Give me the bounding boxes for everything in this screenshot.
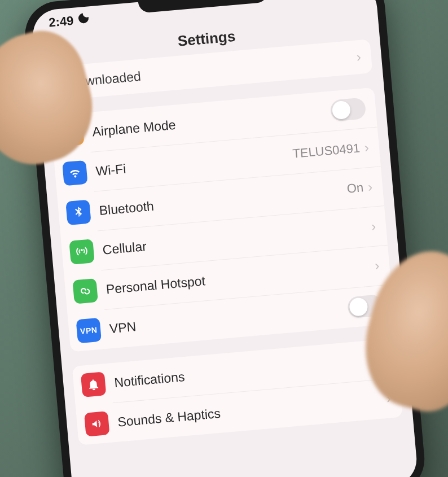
wifi-value: TELUS0491 xyxy=(292,141,361,161)
chevron-right-icon: › xyxy=(371,218,376,234)
sounds-icon xyxy=(84,411,110,437)
vpn-badge-text: VPN xyxy=(80,325,98,336)
do-not-disturb-icon xyxy=(76,11,91,29)
vpn-icon: VPN xyxy=(76,317,102,343)
clock-text: 2:49 xyxy=(48,13,74,30)
status-time: 2:49 xyxy=(48,11,91,31)
hotspot-icon xyxy=(72,278,98,304)
cellular-icon xyxy=(69,239,95,265)
airplane-toggle[interactable] xyxy=(330,97,366,121)
network-section: Airplane Mode Wi-Fi TELUS0491 › Bluetoot… xyxy=(50,87,394,352)
vpn-label: VPN xyxy=(109,300,349,336)
chevron-right-icon: › xyxy=(374,257,380,274)
notifications-icon xyxy=(81,371,107,397)
general-section: Notifications › Sounds & Haptics › xyxy=(72,338,403,445)
chevron-right-icon: › xyxy=(356,49,362,65)
settings-content[interactable]: le Downloaded › Airplane Mode xyxy=(36,38,412,446)
wifi-icon xyxy=(62,160,88,186)
screen: 2:49 Settings le Downloaded › xyxy=(31,0,419,477)
wifi-label: Wi-Fi xyxy=(95,146,293,178)
chevron-right-icon: › xyxy=(364,139,370,156)
bluetooth-icon xyxy=(65,199,91,225)
chevron-right-icon: › xyxy=(367,178,373,195)
bluetooth-value: On xyxy=(346,180,364,196)
